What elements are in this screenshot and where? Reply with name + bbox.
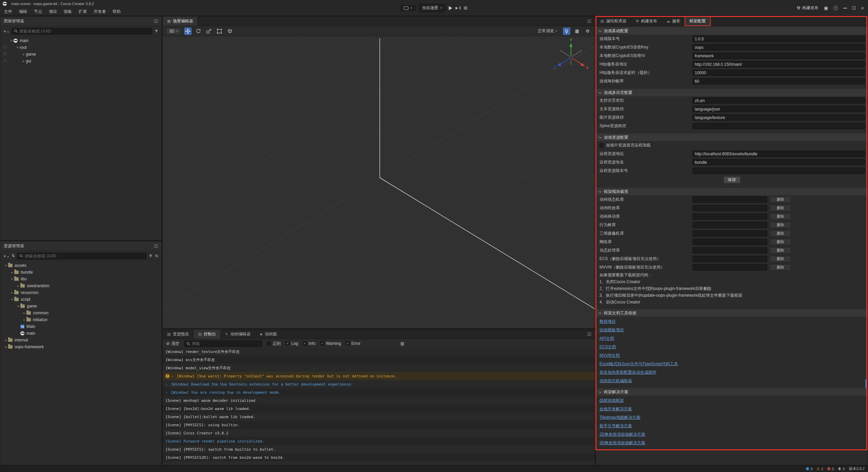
maximize-button[interactable] — [852, 6, 855, 9]
console-line[interactable]: [Scene] [PHYSICS]: switch from builtin t… — [163, 445, 595, 453]
console-line[interactable]: [Scene] [PHYSICS2D]: switch from box2d-w… — [163, 453, 595, 461]
panel-menu-icon[interactable] — [154, 244, 158, 248]
console-line[interactable]: [Scene] meshopt wasm decoder initialized — [163, 396, 595, 405]
http-server-input[interactable] — [692, 61, 865, 67]
menu-file[interactable]: 文件 — [1, 8, 16, 15]
tab-console[interactable]: ▤控制台 — [194, 330, 220, 339]
collapse-arrow-icon[interactable]: ▸ — [21, 53, 26, 56]
console-line[interactable]: [Window] render_texture文件夹不存在 — [163, 348, 595, 356]
remote-version-input[interactable] — [692, 168, 865, 174]
section-basic-config[interactable]: 游戏基础配置 — [596, 27, 868, 35]
remote-bundle-input[interactable] — [692, 159, 865, 165]
step-button[interactable] — [455, 6, 460, 9]
save-button[interactable]: 保存 — [724, 176, 741, 183]
image-path-input[interactable] — [692, 114, 865, 121]
scale-tool-button[interactable] — [205, 27, 213, 35]
game-version-input[interactable] — [692, 36, 865, 42]
view-mode-select[interactable]: 正常浏览▼ — [536, 27, 560, 35]
filter-icon[interactable] — [149, 254, 153, 258]
menu-node[interactable]: 节点 — [31, 8, 45, 15]
console-search-input[interactable] — [192, 341, 260, 346]
fps-input[interactable] — [692, 78, 865, 84]
delete-module-button[interactable]: 删除 — [770, 196, 791, 203]
console-line[interactable]: [Scene] [bullet]:bullet wasm lib loaded. — [163, 413, 595, 421]
delete-module-button[interactable]: 删除 — [770, 264, 791, 271]
package-icon[interactable]: ▣ — [824, 5, 828, 11]
rotate-tool-button[interactable] — [195, 27, 202, 35]
tab-assets-preview[interactable]: ▧资源预览 — [163, 330, 194, 339]
tab-framework-config[interactable]: 框架配置 — [685, 17, 710, 26]
filter-warning-checkbox[interactable]: ✓Warning — [320, 341, 341, 346]
scene-viewport[interactable]: Y X Z — [163, 36, 595, 328]
tab-animation-editor[interactable]: ✎动画编辑器 — [221, 330, 255, 339]
section-solutions[interactable]: 框架解决方案 — [596, 388, 868, 396]
layout-icon[interactable]: ⊞ — [463, 5, 467, 11]
delete-module-button[interactable]: 删除 — [770, 239, 791, 245]
module-field[interactable] — [692, 196, 767, 203]
regex-checkbox[interactable]: 正则 — [267, 341, 281, 347]
delete-module-button[interactable]: 删除 — [770, 230, 791, 237]
expand-arrow-icon[interactable]: ▾ — [15, 46, 20, 49]
panel-menu-icon[interactable] — [587, 333, 591, 336]
asset-node-resources[interactable]: ▸resources — [0, 289, 161, 296]
filter-info-checkbox[interactable]: ✓Info — [303, 341, 315, 346]
delete-module-button[interactable]: 删除 — [770, 205, 791, 211]
menu-edit[interactable]: 编辑 — [16, 8, 31, 15]
tab-scene-editor[interactable]: ▦ 场景编辑器 — [163, 17, 198, 26]
preview-scene-select[interactable]: 当前场景 ▼ — [419, 4, 446, 12]
asset-node-oops-framework[interactable]: ▸oops-framework — [0, 343, 161, 350]
text-path-input[interactable] — [692, 106, 865, 112]
remote-load-checkbox[interactable] — [599, 143, 604, 148]
close-button[interactable]: × — [861, 5, 864, 11]
console-line-info[interactable]: [Scene] Forward render pipeline initiali… — [163, 437, 595, 445]
panel-menu-icon[interactable] — [154, 20, 158, 23]
delete-module-button[interactable]: 删除 — [770, 222, 791, 228]
lock-toggle-icon[interactable] — [4, 53, 6, 55]
asset-node-assets[interactable]: ▾assets — [0, 262, 161, 269]
assets-search-input[interactable] — [25, 254, 144, 258]
delete-module-button[interactable]: 删除 — [770, 256, 791, 262]
collapse-arrow-icon[interactable]: ▸ — [21, 59, 26, 63]
asset-node-seedrandom[interactable]: ▸seedrandom — [0, 282, 161, 289]
module-field[interactable] — [692, 239, 767, 245]
hierarchy-node-gui[interactable]: ▸ gui — [0, 58, 161, 64]
add-node-button[interactable]: +▼ — [3, 29, 9, 34]
warning-count-badge[interactable]: ⚠1 — [816, 467, 823, 471]
expand-arrow-icon[interactable]: ▾ — [9, 39, 14, 42]
asset-node-game[interactable]: ▾game — [0, 303, 161, 310]
export-log-icon[interactable]: ▤ — [400, 341, 404, 346]
asset-node-common[interactable]: ▸common — [0, 310, 161, 316]
crypto-key-input[interactable] — [692, 44, 865, 51]
build-shortcut-button[interactable]: ⚒ 构建发布 — [796, 5, 818, 11]
tab-inspector[interactable]: ▤属性检查器 — [596, 17, 631, 26]
asset-node-bundle[interactable]: ▸bundle — [0, 269, 161, 276]
asset-node-libs[interactable]: ▾libs — [0, 276, 161, 282]
scene-light-toggle[interactable] — [563, 27, 570, 35]
log-count-badge[interactable]: 3 — [806, 467, 812, 471]
console-line-info[interactable]: ›[Window] Download the Vue Devtools exte… — [163, 380, 595, 388]
console-line[interactable]: [Scene] [box2d]:box2d wasm lib loaded. — [163, 405, 595, 413]
menu-project[interactable]: 项目 — [45, 8, 60, 15]
refresh-icon[interactable]: ↻ — [155, 254, 158, 258]
expand-arrow-icon[interactable]: › — [165, 382, 171, 387]
remote-address-input[interactable] — [692, 151, 865, 157]
play-button[interactable] — [449, 6, 452, 10]
section-module-trim[interactable]: 框架模块裁剪 — [596, 188, 868, 195]
module-field[interactable] — [692, 247, 767, 254]
module-field[interactable] — [692, 264, 767, 271]
menu-developer[interactable]: 开发者 — [90, 8, 109, 15]
language-types-input[interactable] — [692, 97, 865, 104]
hierarchy-node-root[interactable]: ▾ root — [0, 44, 161, 51]
help-icon[interactable]: ? — [833, 6, 838, 10]
hierarchy-node-main[interactable]: ▾ main — [0, 37, 161, 44]
module-field[interactable] — [692, 213, 767, 220]
scrollbar-thumb[interactable] — [865, 379, 867, 389]
asset-node-internal[interactable]: ▸internal — [0, 337, 161, 343]
tab-build[interactable]: ⚒构建发布 — [631, 17, 662, 26]
spine-path-input[interactable] — [692, 123, 865, 129]
menu-help[interactable]: 帮助 — [109, 8, 124, 15]
rect-tool-button[interactable] — [216, 27, 223, 35]
asset-node-main-ts[interactable]: TSMain — [0, 323, 161, 330]
gizmo-space-button[interactable] — [226, 27, 234, 35]
error-count-badge[interactable]: 0 — [827, 467, 834, 471]
